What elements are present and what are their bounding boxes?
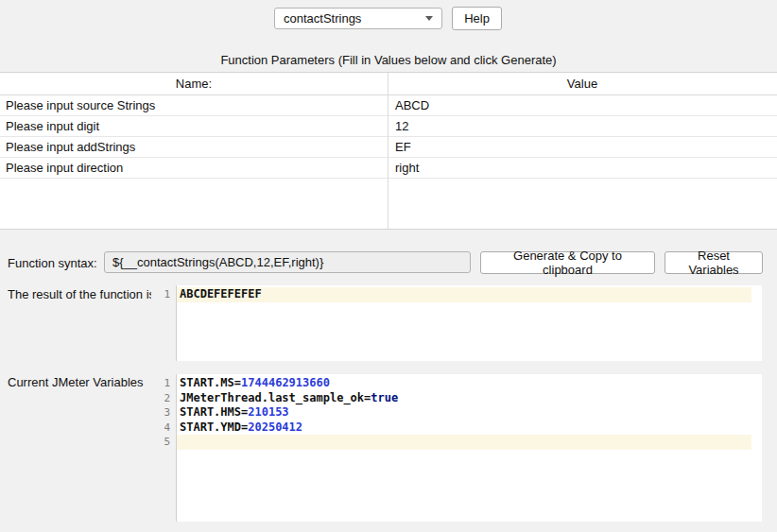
line-number: 4 [151,420,176,436]
variable-line[interactable] [177,435,751,450]
variable-name: START.YMD= [180,420,248,434]
variable-name: JMeterThread.last_sample_ok= [180,391,371,404]
function-select[interactable]: contactStrings [274,8,442,29]
param-value-field[interactable]: ABCD [388,98,777,112]
param-name: Please input source Strings [0,98,388,112]
param-value-field[interactable]: EF [388,140,777,154]
variable-value: 1744462913660 [241,376,330,389]
variable-line[interactable]: START.YMD=20250412 [177,420,762,436]
function-parameters-title: Function Parameters (Fill in Values belo… [0,53,777,67]
param-name: Please input direction [0,161,388,175]
generate-copy-button[interactable]: Generate & Copy to clipboard [480,251,655,274]
result-label: The result of the function is [8,287,155,301]
param-name: Please input addStrings [0,140,388,154]
variable-line[interactable]: JMeterThread.last_sample_ok=true [177,391,762,406]
function-syntax-label: Function syntax: [8,256,97,270]
variable-value: 210153 [248,405,288,419]
param-name: Please input digit [0,119,388,133]
variable-line[interactable]: START.MS=1744462913660 [177,376,762,391]
result-editor[interactable]: 1 ABCDEFEFEFEF [151,285,762,361]
line-number: 1 [151,287,176,302]
chevron-down-icon [425,16,433,21]
table-row: Please input source Strings ABCD [0,95,777,116]
result-line-number-gutter: 1 [151,285,177,361]
function-parameters-table: Name: Value Please input source Strings … [0,72,777,230]
param-value-field[interactable]: 12 [388,119,777,133]
table-row: Please input digit 12 [0,116,777,137]
param-value-field[interactable]: right [388,161,777,175]
variable-name: START.MS= [180,376,241,389]
function-select-value: contactStrings [284,11,361,26]
reset-variables-button[interactable]: Reset Variables [665,251,763,274]
table-row: Please input direction right [0,158,777,179]
column-divider [388,73,388,229]
column-header-name: Name: [0,77,388,91]
function-syntax-field[interactable]: ${__contactStrings(ABCD,12,EF,right)} [104,251,471,273]
line-number: 3 [151,405,176,420]
variable-name: START.HMS= [180,405,248,419]
variable-line[interactable]: START.HMS=210153 [177,405,762,420]
line-number: 1 [151,376,176,391]
table-header-row: Name: Value [0,73,777,95]
variables-text-area[interactable]: START.MS=1744462913660 JMeterThread.last… [177,374,762,522]
result-text: ABCDEFEFEFEF [180,287,262,300]
result-text-area[interactable]: ABCDEFEFEFEF [177,285,762,361]
table-row: Please input addStrings EF [0,137,777,158]
variable-value: true [371,391,398,404]
result-line[interactable]: ABCDEFEFEFEF [177,287,751,302]
variable-value: 20250412 [248,420,302,434]
line-number: 5 [151,435,176,450]
variables-editor[interactable]: 1 2 3 4 5 START.MS=1744462913660 JMeterT… [151,374,762,522]
variables-label: Current JMeter Variables [8,375,144,389]
help-button[interactable]: Help [452,7,502,30]
line-number: 2 [151,391,176,406]
column-header-value: Value [388,77,777,91]
variables-line-number-gutter: 1 2 3 4 5 [151,374,177,522]
